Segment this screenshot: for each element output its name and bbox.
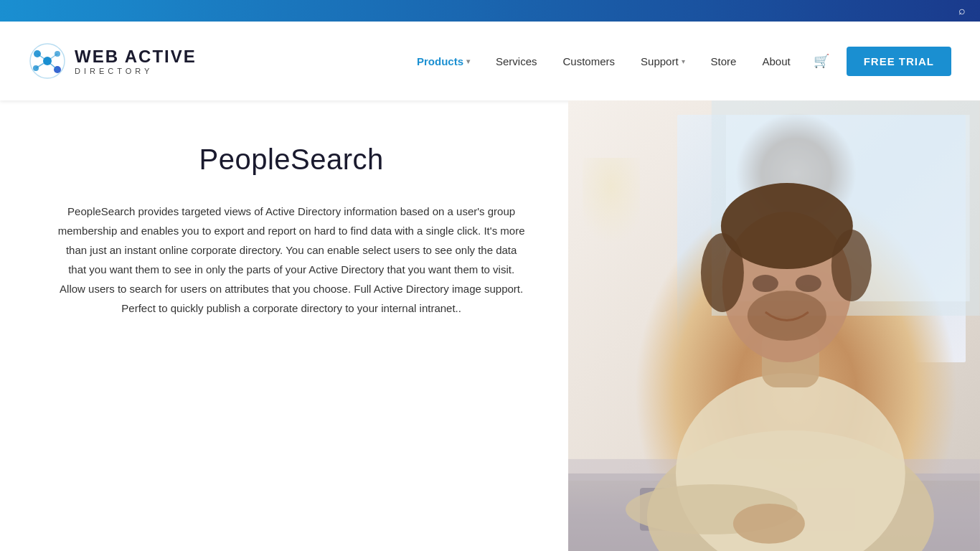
cart-icon[interactable]: 🛒 xyxy=(805,47,838,75)
hero-background xyxy=(568,100,980,551)
chevron-down-icon: ▾ xyxy=(682,57,685,65)
logo-icon xyxy=(29,42,66,80)
nav-about[interactable]: About xyxy=(750,50,801,73)
logo-main-text: WEB ACTIVE xyxy=(75,47,197,67)
top-bar: ⌕ xyxy=(0,0,980,22)
header: WEB ACTIVE DIRECTORY Products ▾ Services… xyxy=(0,22,980,100)
hero-image xyxy=(568,100,980,551)
free-trial-button[interactable]: FREE TRIAL xyxy=(847,47,951,76)
search-icon[interactable]: ⌕ xyxy=(958,4,966,17)
logo-sub-text: DIRECTORY xyxy=(75,67,197,75)
nav-services[interactable]: Services xyxy=(484,50,549,73)
bg-lamp-element xyxy=(583,158,640,244)
nav-customers[interactable]: Customers xyxy=(552,50,627,73)
svg-line-9 xyxy=(47,61,57,70)
logo[interactable]: WEB ACTIVE DIRECTORY xyxy=(29,42,197,80)
logo-text: WEB ACTIVE DIRECTORY xyxy=(75,47,197,75)
content-section: PeopleSearch PeopleSearch provides targe… xyxy=(0,100,568,551)
bg-desk-element xyxy=(568,479,980,551)
page-description: PeopleSearch provides targeted views of … xyxy=(57,202,525,318)
chevron-down-icon: ▾ xyxy=(466,57,470,65)
page-title: PeopleSearch xyxy=(199,143,383,176)
main-content: PeopleSearch PeopleSearch provides targe… xyxy=(0,100,980,551)
nav-products[interactable]: Products ▾ xyxy=(405,50,481,73)
main-nav: Products ▾ Services Customers Support ▾ … xyxy=(405,47,951,76)
nav-store[interactable]: Store xyxy=(699,50,748,73)
nav-support[interactable]: Support ▾ xyxy=(629,50,697,73)
